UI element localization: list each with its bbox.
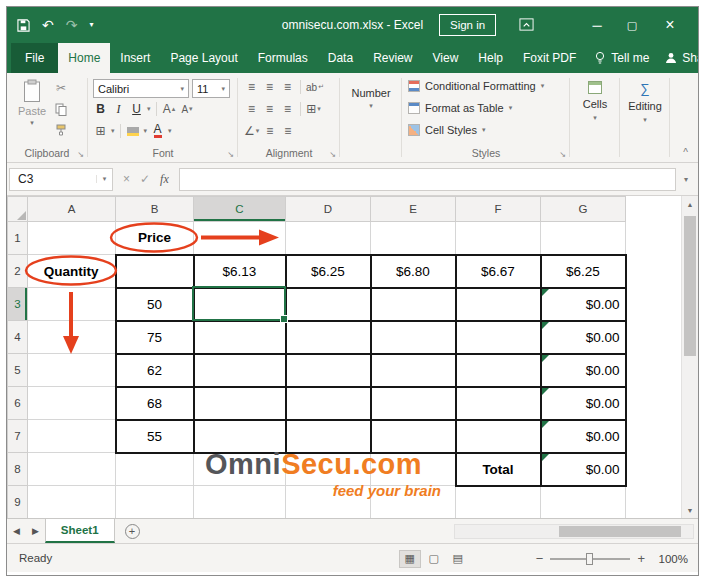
zoom-slider[interactable]	[550, 558, 630, 560]
expand-formula-bar-icon[interactable]: ▾	[676, 175, 696, 184]
cell-b5-quantity[interactable]: 62	[116, 354, 194, 387]
cancel-entry-icon[interactable]: ×	[123, 172, 130, 186]
align-top-button[interactable]: ≡	[244, 79, 259, 95]
cell-e5[interactable]	[371, 354, 456, 387]
cell-e7[interactable]	[371, 420, 456, 453]
cell-b7-quantity[interactable]: 55	[116, 420, 194, 453]
vertical-scrollbar[interactable]: ▲ ▼	[681, 196, 698, 518]
tab-view[interactable]: View	[423, 43, 469, 73]
cell-g3-result[interactable]: $0.00	[541, 288, 626, 321]
format-as-table-button[interactable]: Format as Table ▾	[408, 102, 512, 114]
styles-dialog-launcher[interactable]: ↘	[559, 150, 566, 159]
row-header-6[interactable]: 6	[8, 387, 28, 420]
cell-a5[interactable]	[28, 354, 116, 387]
cell-e4[interactable]	[371, 321, 456, 354]
maximize-button[interactable]: ▢	[617, 7, 647, 43]
cell-f2-price[interactable]: $6.67	[456, 255, 541, 288]
row-header-3[interactable]: 3	[8, 288, 28, 321]
tab-file[interactable]: File	[11, 43, 58, 73]
sheet-nav-right-icon[interactable]: ▶	[26, 519, 45, 543]
row-header-8[interactable]: 8	[8, 453, 28, 486]
cell-g6-result[interactable]: $0.00	[541, 387, 626, 420]
cell-c1[interactable]	[194, 222, 286, 255]
cell-d3[interactable]	[286, 288, 371, 321]
merge-center-button[interactable]: ⊞▾	[306, 101, 321, 117]
tab-review[interactable]: Review	[363, 43, 422, 73]
cell-c5[interactable]	[194, 354, 286, 387]
cell-c8[interactable]	[194, 453, 286, 486]
column-header-c[interactable]: C	[194, 197, 286, 222]
cell-g1[interactable]	[541, 222, 626, 255]
cell-d1[interactable]	[286, 222, 371, 255]
undo-icon[interactable]: ↶	[42, 18, 54, 32]
tab-insert[interactable]: Insert	[110, 43, 160, 73]
cell-f3[interactable]	[456, 288, 541, 321]
page-layout-view-button[interactable]: ▢	[423, 550, 445, 568]
cell-d8[interactable]	[286, 453, 371, 486]
cell-c2-price[interactable]: $6.13	[194, 255, 286, 288]
zoom-level[interactable]: 100%	[652, 553, 688, 565]
decrease-indent-button[interactable]: ≡	[262, 123, 277, 139]
vertical-scroll-thumb[interactable]	[684, 216, 696, 356]
cell-d7[interactable]	[286, 420, 371, 453]
redo-icon[interactable]: ↷	[66, 18, 78, 32]
customize-qat-icon[interactable]: ▾	[89, 21, 93, 29]
row-header-9[interactable]: 9	[8, 486, 28, 519]
tab-help[interactable]: Help	[468, 43, 513, 73]
cell-c7[interactable]	[194, 420, 286, 453]
tab-formulas[interactable]: Formulas	[248, 43, 318, 73]
cell-b4-quantity[interactable]: 75	[116, 321, 194, 354]
cell-b2[interactable]	[116, 255, 194, 288]
cell-f4[interactable]	[456, 321, 541, 354]
row-header-1[interactable]: 1	[8, 222, 28, 255]
italic-button[interactable]: I	[111, 101, 126, 117]
cell-b6-quantity[interactable]: 68	[116, 387, 194, 420]
cell-a9[interactable]	[28, 486, 116, 519]
cell-d6[interactable]	[286, 387, 371, 420]
save-icon[interactable]	[17, 19, 30, 32]
decrease-font-size-button[interactable]: A▾	[180, 101, 195, 117]
column-header-e[interactable]: E	[371, 197, 456, 222]
cell-g7-result[interactable]: $0.00	[541, 420, 626, 453]
cell-g8-total-value[interactable]: $0.00	[541, 453, 626, 486]
cell-c3-selected[interactable]	[194, 288, 286, 321]
cell-e9[interactable]	[371, 486, 456, 519]
align-middle-button[interactable]: ≡	[262, 79, 277, 95]
close-button[interactable]: ×	[655, 7, 685, 43]
cell-b3-quantity[interactable]: 50	[116, 288, 194, 321]
name-box-dropdown-icon[interactable]: ▾	[96, 175, 112, 183]
normal-view-button[interactable]: ▦	[399, 550, 421, 568]
select-all-corner[interactable]	[8, 197, 28, 222]
cell-f5[interactable]	[456, 354, 541, 387]
clipboard-dialog-launcher[interactable]: ↘	[77, 150, 84, 159]
formula-input[interactable]	[179, 168, 676, 191]
insert-function-icon[interactable]: fx	[160, 172, 169, 187]
font-color-button[interactable]: A	[150, 123, 165, 139]
share-button[interactable]: Share	[657, 43, 699, 73]
cell-d2-price[interactable]: $6.25	[286, 255, 371, 288]
ribbon-display-options-icon[interactable]	[519, 17, 534, 32]
underline-dropdown-icon[interactable]: ▾	[147, 105, 151, 113]
cell-f8-total-label[interactable]: Total	[456, 453, 541, 486]
tab-foxit-pdf[interactable]: Foxit PDF	[513, 43, 586, 73]
increase-indent-button[interactable]: ≡	[280, 123, 295, 139]
alignment-dialog-launcher[interactable]: ↘	[329, 150, 336, 159]
row-header-4[interactable]: 4	[8, 321, 28, 354]
cell-a8[interactable]	[28, 453, 116, 486]
tab-home[interactable]: Home	[58, 43, 110, 73]
horizontal-scroll-thumb[interactable]	[559, 526, 681, 537]
font-size-combobox[interactable]: 11▾	[192, 79, 230, 98]
cut-icon[interactable]: ✂	[56, 81, 66, 95]
font-dialog-launcher[interactable]: ↘	[227, 150, 234, 159]
enter-entry-icon[interactable]: ✓	[140, 172, 150, 186]
column-header-a[interactable]: A	[28, 197, 116, 222]
conditional-formatting-button[interactable]: Conditional Formatting ▾	[408, 80, 544, 92]
sheet-nav-left-icon[interactable]: ◀	[7, 519, 26, 543]
sheet-tab-sheet1[interactable]: Sheet1	[45, 519, 115, 543]
horizontal-scrollbar[interactable]	[454, 524, 694, 539]
cell-b8[interactable]	[116, 453, 194, 486]
cell-f9[interactable]	[456, 486, 541, 519]
zoom-in-button[interactable]: +	[637, 551, 645, 566]
cell-b9[interactable]	[116, 486, 194, 519]
name-box[interactable]: C3 ▾	[9, 168, 113, 191]
